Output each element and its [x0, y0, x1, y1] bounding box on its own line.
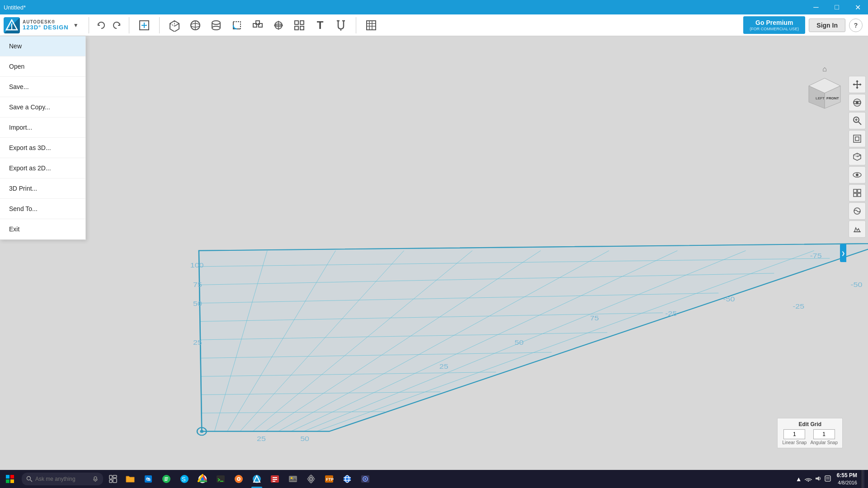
svg-line-117 [30, 480, 32, 482]
taskbar-spotify[interactable] [157, 470, 175, 488]
separator-4 [356, 17, 356, 33]
menu-item-open[interactable]: Open [0, 56, 85, 77]
angular-snap-input[interactable] [813, 429, 835, 439]
edit-grid-title: Edit Grid [782, 421, 838, 427]
svg-rect-106 [854, 189, 857, 192]
taskbar-app-8[interactable] [266, 470, 284, 488]
linear-snap-field: Linear Snap [782, 429, 807, 445]
materials-display-button[interactable] [849, 202, 866, 220]
tray-volume-icon[interactable] [813, 475, 823, 483]
taskbar-blender[interactable] [230, 470, 248, 488]
svg-rect-26 [300, 26, 304, 30]
taskbar-ie[interactable] [338, 470, 356, 488]
cylinder-tool[interactable] [208, 17, 225, 34]
redo-button[interactable] [110, 18, 124, 33]
new-sketch-tool[interactable] [136, 17, 153, 34]
taskbar-search[interactable] [22, 473, 103, 485]
pan-button[interactable] [849, 76, 866, 93]
transform-tool[interactable] [270, 17, 287, 34]
toolbar-nav [92, 18, 126, 33]
menu-item-export-2d[interactable]: Export as 2D... [0, 158, 85, 178]
angular-snap-label: Angular Snap [810, 440, 838, 445]
sign-in-button[interactable]: Sign In [809, 19, 845, 32]
perspective-button[interactable] [849, 148, 866, 165]
taskbar-autodesk[interactable] [248, 470, 266, 488]
collapse-panel-button[interactable]: ❯ [840, 244, 846, 262]
menu-item-import[interactable]: Import... [0, 117, 85, 138]
taskbar-terminal[interactable] [212, 470, 230, 488]
svg-rect-115 [10, 479, 14, 483]
menu-bar: AUTODESK® 123D° DESIGN ▼ [0, 14, 868, 36]
linear-snap-input[interactable] [783, 429, 805, 439]
maximize-button[interactable]: □ [826, 0, 847, 14]
svg-point-61 [200, 430, 203, 432]
linear-snap-label: Linear Snap [782, 440, 807, 445]
zoom-button[interactable] [849, 112, 866, 129]
pattern-tool[interactable] [291, 17, 308, 34]
svg-text:-25: -25 [793, 302, 804, 310]
svg-text:25: 25 [257, 435, 266, 442]
logo-area: AUTODESK® 123D° DESIGN ▼ [0, 17, 86, 33]
undo-button[interactable] [94, 18, 108, 33]
svg-rect-113 [10, 475, 14, 479]
tray-show-hidden[interactable]: ▲ [794, 475, 803, 483]
close-button[interactable]: ✕ [847, 0, 868, 14]
menu-item-save-copy[interactable]: Save a Copy... [0, 97, 85, 117]
view-mode-button[interactable] [849, 166, 866, 183]
edit-grid-fields: Linear Snap Angular Snap [782, 429, 838, 445]
svg-point-13 [212, 26, 220, 30]
svg-rect-109 [858, 193, 861, 197]
svg-rect-143 [289, 476, 297, 482]
home-view-button[interactable]: ⌂ [822, 65, 827, 73]
svg-point-92 [856, 101, 859, 104]
taskbar: 🛍 S FTP [0, 470, 868, 488]
taskbar-file-explorer[interactable] [121, 470, 139, 488]
svg-text:50: 50 [300, 435, 309, 442]
minimize-button[interactable]: ─ [806, 0, 826, 14]
appearance-button[interactable] [849, 221, 866, 238]
svg-rect-112 [6, 475, 9, 479]
taskbar-chrome[interactable] [193, 470, 212, 488]
taskbar-ftp[interactable]: FTP [320, 470, 338, 488]
dropdown-arrow-icon[interactable]: ▼ [71, 20, 80, 30]
menu-item-3d-print[interactable]: 3D Print... [0, 178, 85, 199]
snap-tool[interactable] [332, 17, 349, 34]
tray-network-icon[interactable] [803, 475, 813, 483]
material-tool[interactable] [363, 17, 380, 34]
taskbar-skype[interactable]: S [175, 470, 193, 488]
go-premium-button[interactable]: Go Premium (FOR COMMERCIAL USE) [743, 16, 805, 34]
fit-view-button[interactable] [849, 130, 866, 147]
microphone-icon [92, 476, 99, 482]
clock[interactable]: 6:55 PM 4/8/2016 [834, 472, 860, 486]
canvas-area[interactable]: 100 75 50 25 25 50 -25 -50 -75 -25 -50 5… [86, 36, 868, 470]
taskbar-app-extra[interactable] [356, 470, 374, 488]
help-button[interactable]: ? [849, 19, 863, 32]
window-title: Untitled* [4, 4, 26, 11]
text-tool[interactable]: T [311, 17, 329, 34]
taskbar-settings[interactable] [302, 470, 320, 488]
taskbar-store[interactable]: 🛍 [139, 470, 157, 488]
taskbar-search-input[interactable] [35, 476, 90, 482]
menu-item-new[interactable]: New [0, 36, 85, 56]
logo-text: AUTODESK® 123D° DESIGN [23, 19, 69, 31]
svg-rect-30 [367, 21, 376, 30]
fillet-tool[interactable] [228, 17, 245, 34]
taskbar-photos[interactable] [284, 470, 302, 488]
task-view-button[interactable] [105, 470, 121, 488]
menu-item-send-to[interactable]: Send To... [0, 199, 85, 219]
view-cube[interactable]: LEFT FRONT ⌂ [807, 76, 843, 112]
start-button[interactable] [0, 470, 20, 488]
menu-item-export-3d[interactable]: Export as 3D... [0, 138, 85, 158]
group-tool[interactable] [249, 17, 266, 34]
svg-rect-122 [113, 479, 117, 483]
menu-item-save[interactable]: Save... [0, 77, 85, 97]
orbit-button[interactable] [849, 94, 866, 111]
show-desktop-button[interactable] [862, 470, 864, 488]
sphere-tool[interactable] [187, 17, 204, 34]
tray-action-center[interactable] [823, 475, 832, 483]
grid-display-button[interactable] [849, 184, 866, 202]
svg-text:100: 100 [190, 261, 204, 268]
box-tool[interactable] [166, 17, 183, 34]
svg-point-118 [94, 477, 97, 479]
menu-item-exit[interactable]: Exit [0, 219, 85, 239]
